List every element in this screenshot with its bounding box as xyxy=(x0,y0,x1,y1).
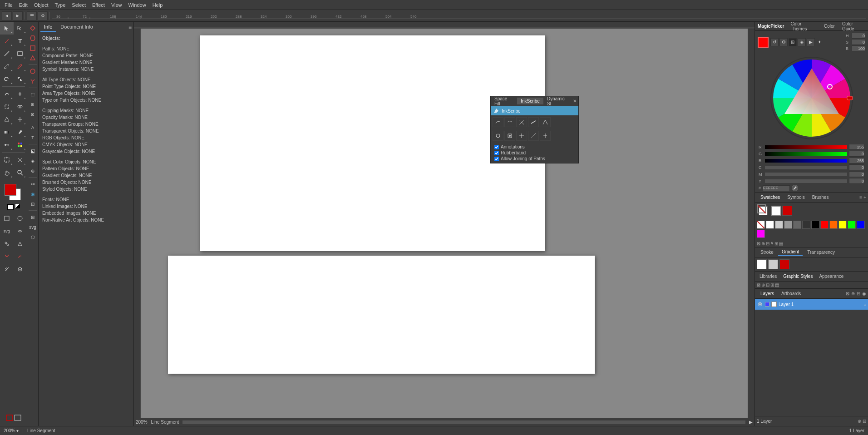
mp-r-input[interactable] xyxy=(849,144,864,150)
menu-item-help[interactable]: Help xyxy=(150,1,166,9)
sgp-tab-gradient[interactable]: Gradient xyxy=(778,248,803,256)
fp-anchor-1[interactable] xyxy=(493,131,503,141)
direct-select-tool[interactable]: ▸ xyxy=(14,22,27,35)
secondary-icon-4[interactable] xyxy=(28,54,37,63)
sw-tab-brushes[interactable]: Brushes xyxy=(809,194,833,201)
free-transform-tool[interactable]: ▸ xyxy=(0,100,14,113)
sgp-tab-stroke[interactable]: Stroke xyxy=(757,249,777,256)
mp-icon-toggle3[interactable]: ▶ xyxy=(807,38,815,46)
mp-g-input[interactable] xyxy=(849,151,864,157)
lga-icon-3[interactable]: ⊟ xyxy=(766,282,769,287)
swatch-magenta[interactable] xyxy=(757,230,765,238)
extra-tool-1[interactable] xyxy=(0,212,14,225)
sgp-red-swatch[interactable] xyxy=(779,259,789,269)
nav-arrow-right[interactable]: ▶ xyxy=(749,420,753,425)
sw-add-icon[interactable]: + xyxy=(863,195,866,200)
collapse-panels-btn[interactable] xyxy=(0,411,27,424)
fp-corner[interactable] xyxy=(540,117,551,127)
fp-line2[interactable] xyxy=(528,131,539,141)
mp-icon-reset[interactable]: ↺ xyxy=(770,38,779,46)
fp-curve-2[interactable] xyxy=(504,117,515,127)
lp-bottom-icon-2[interactable]: ⊟ xyxy=(863,419,866,424)
secondary-icon-7[interactable]: ⬚ xyxy=(28,90,37,99)
bottom-tool-2[interactable] xyxy=(14,263,27,276)
secondary-icon-6[interactable] xyxy=(28,77,37,86)
sw-bottom-3[interactable]: ⊟ xyxy=(766,241,769,246)
sgp-tab-transparency[interactable]: Transparency xyxy=(804,249,838,256)
swatch-dkgray[interactable] xyxy=(793,221,801,229)
mp-h-input[interactable] xyxy=(852,33,865,39)
lp-tab-layers[interactable]: Layers xyxy=(757,290,778,297)
mp-tab-color-guide[interactable]: Color Guide xyxy=(838,22,868,32)
shape-builder-tool[interactable]: ▸ xyxy=(14,100,27,113)
secondary-icon-17[interactable]: ⊡ xyxy=(28,199,37,208)
toolbar-btn-arrow-left[interactable]: ◄ xyxy=(2,11,12,20)
mp-icon-toggle1[interactable]: ⊞ xyxy=(789,38,797,46)
lga-icon-4[interactable]: ⊞ xyxy=(770,282,774,287)
secondary-icon-1[interactable] xyxy=(28,24,37,33)
tab-info[interactable]: Info xyxy=(40,23,56,32)
lga-tab-appearance[interactable]: Appearance xyxy=(816,273,846,280)
secondary-icon-14[interactable]: ⊕ xyxy=(28,166,37,175)
swatch-blue[interactable] xyxy=(857,221,865,229)
secondary-icon-16[interactable]: ◉ xyxy=(28,189,37,198)
mp-b2-input[interactable] xyxy=(849,158,864,163)
fp-cross[interactable] xyxy=(516,117,527,127)
canvas-scroll-area[interactable]: Space Fill InkScribe Dynamic SI ✕ InkScr… xyxy=(141,29,748,418)
sgp-white-swatch[interactable] xyxy=(757,259,767,269)
extra-tool-3[interactable]: svg xyxy=(0,225,14,237)
mp-icon-toggle2[interactable]: ◈ xyxy=(798,38,806,46)
live-paint-tool[interactable]: ▸ xyxy=(14,138,27,151)
extra-tool-4[interactable] xyxy=(14,225,27,237)
extra-tool-7[interactable] xyxy=(0,250,14,263)
mp-eyedropper-btn[interactable] xyxy=(792,185,798,191)
fp-line[interactable] xyxy=(528,117,539,127)
sw-tab-swatches[interactable]: Swatches xyxy=(757,194,784,201)
checkbox-rubberband[interactable] xyxy=(494,151,499,155)
brush-tool[interactable]: ▸ xyxy=(0,60,14,73)
scroll-track-h[interactable] xyxy=(182,420,745,424)
rect-tool[interactable]: ▸ xyxy=(14,47,27,60)
fp-cross2[interactable] xyxy=(516,131,527,141)
mp-c-input[interactable] xyxy=(849,164,864,170)
swatch-vdkgray[interactable] xyxy=(802,221,810,229)
secondary-icon-5[interactable] xyxy=(28,67,37,76)
mp-active-color-swatch[interactable] xyxy=(758,37,769,48)
canvas-right-scroll[interactable] xyxy=(748,29,755,418)
pencil-tool[interactable]: ▸ xyxy=(14,60,27,73)
slice-tool[interactable]: ▸ xyxy=(14,153,27,166)
menu-item-edit[interactable]: Edit xyxy=(16,1,30,9)
warp-tool[interactable]: ▸ xyxy=(0,88,14,100)
type-tool[interactable]: T ▸ xyxy=(14,35,27,47)
mp-y-input[interactable] xyxy=(849,178,864,184)
sw-bottom-2[interactable]: ⊕ xyxy=(761,241,765,246)
scale-tool[interactable]: ▸ xyxy=(14,73,27,85)
color-wheel-svg[interactable] xyxy=(769,55,855,141)
sw-bottom-4[interactable]: ⊻ xyxy=(770,241,774,246)
secondary-icon-20[interactable]: ⬡ xyxy=(28,232,37,242)
extra-tool-2[interactable] xyxy=(14,212,27,225)
lp-bottom-icon-1[interactable]: ⊕ xyxy=(858,419,861,424)
inkscribe-tab-spacefill[interactable]: Space Fill xyxy=(491,95,517,107)
swatch-none[interactable] xyxy=(757,221,765,229)
toolbar-btn-2[interactable]: ⚙ xyxy=(38,11,48,20)
lp-icon-4[interactable]: ◉ xyxy=(862,291,866,296)
line-tool[interactable]: ▸ xyxy=(0,47,14,60)
checkbox-allow-joining[interactable] xyxy=(494,157,499,161)
swatch-orange[interactable] xyxy=(829,221,838,229)
mp-hex-input[interactable] xyxy=(763,185,790,191)
checkbox-annotations[interactable] xyxy=(494,145,499,149)
eyedropper-tool[interactable]: ▸ xyxy=(14,126,27,138)
menu-item-object[interactable]: Object xyxy=(31,1,51,9)
fp-split[interactable] xyxy=(540,131,551,141)
lga-icon-1[interactable]: ⊠ xyxy=(757,282,760,287)
mp-m-input[interactable] xyxy=(849,171,864,177)
sw-menu-icon[interactable]: ≡ xyxy=(859,195,862,200)
secondary-icon-8[interactable]: ⊞ xyxy=(28,100,37,109)
layer-visibility-icon[interactable] xyxy=(757,301,763,307)
secondary-icon-12[interactable]: ⬕ xyxy=(28,146,37,155)
extra-tool-8[interactable] xyxy=(14,250,27,263)
panel-close-btn[interactable]: ≡ xyxy=(128,24,132,30)
lga-tab-graphic-styles[interactable]: Graphic Styles xyxy=(780,273,815,280)
menu-item-file[interactable]: File xyxy=(2,1,15,9)
